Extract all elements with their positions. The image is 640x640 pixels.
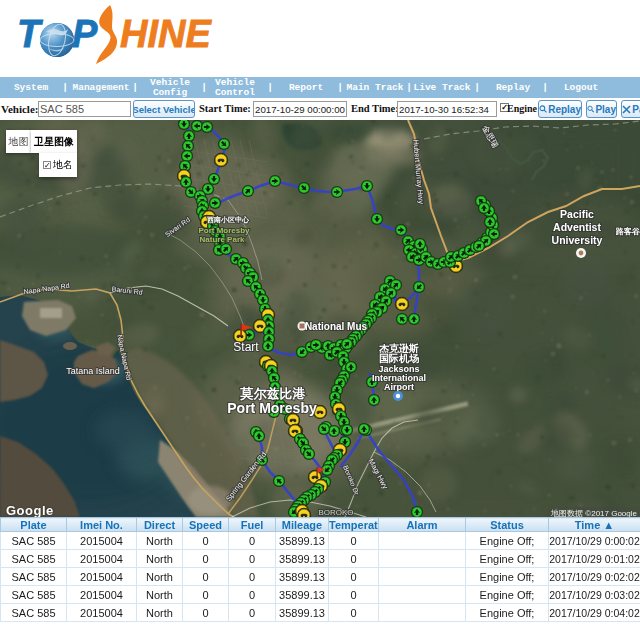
svg-text:国际机场: 国际机场 (379, 353, 419, 364)
svg-text:Airport: Airport (384, 382, 414, 392)
svg-text:Port Moresby: Port Moresby (227, 400, 317, 416)
svg-text:T: T (17, 13, 43, 55)
svg-text:Start: Start (233, 340, 259, 354)
svg-text:HINE: HINE (120, 13, 212, 55)
svg-text:Tatana Island: Tatana Island (66, 366, 120, 376)
svg-text:P: P (72, 13, 98, 55)
svg-text:BOROKO: BOROKO (318, 508, 353, 517)
svg-text:University: University (552, 234, 603, 246)
svg-text:Nature Park: Nature Park (200, 235, 245, 244)
svg-text:Adventist: Adventist (553, 221, 601, 233)
svg-text:Port Moresby: Port Moresby (198, 226, 250, 235)
svg-text:Pacific: Pacific (560, 208, 594, 220)
svg-text:National Mus: National Mus (305, 321, 368, 332)
svg-text:路客谷: 路客谷 (615, 226, 640, 236)
svg-text:莫尔兹比港: 莫尔兹比港 (240, 386, 306, 401)
svg-text:西南小区中心: 西南小区中心 (207, 215, 250, 224)
